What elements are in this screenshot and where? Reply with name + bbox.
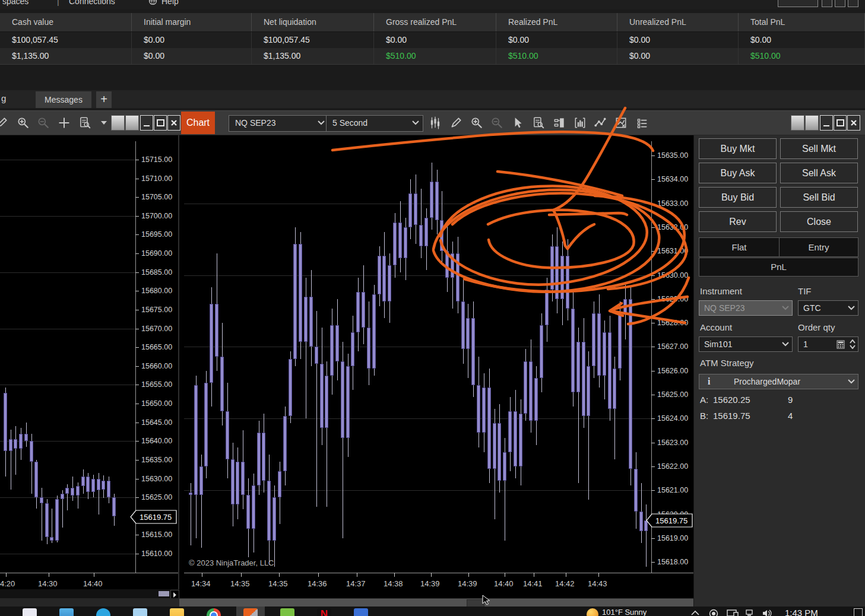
draw-icon[interactable]: [0, 116, 8, 129]
instrument-combo[interactable]: NQ SEP23: [699, 300, 793, 316]
taskbar-mail-icon[interactable]: [59, 608, 74, 616]
time-axis-label: 14:40: [83, 579, 103, 588]
zigzag-icon[interactable]: [594, 116, 607, 129]
table-row[interactable]: $100,057.45$0.00$100,057.45$0.00$0.00$0.…: [0, 32, 865, 48]
show-desktop-button[interactable]: [854, 608, 863, 616]
column-header[interactable]: Initial margin: [132, 13, 252, 31]
taskbar-store-icon[interactable]: [23, 608, 37, 616]
close-icon[interactable]: [847, 115, 860, 131]
titlebar-minimize-icon[interactable]: [822, 0, 832, 7]
pnl-display[interactable]: PnL: [699, 258, 858, 277]
entry-indicator[interactable]: Entry: [780, 238, 858, 256]
flat-indicator[interactable]: Flat: [699, 238, 779, 256]
rev-button[interactable]: Rev: [699, 211, 777, 232]
report-icon[interactable]: [532, 116, 545, 129]
taskbar-ninjatrader-icon[interactable]: [243, 608, 258, 616]
workspace-square-button[interactable]: [111, 115, 125, 131]
taskbar-red-n-app-icon[interactable]: N: [317, 608, 331, 616]
panel-icon[interactable]: [553, 116, 566, 129]
tray-chevron-up-icon[interactable]: [691, 610, 699, 616]
instrument-dropdown[interactable]: NQ SEP23: [229, 115, 329, 132]
tif-combo[interactable]: GTC: [798, 300, 858, 316]
column-header[interactable]: Unrealized PnL: [617, 13, 739, 31]
column-header[interactable]: Gross realized PnL: [374, 13, 496, 31]
menu-help[interactable]: Help: [161, 0, 179, 6]
mini-chart-panel[interactable]: 15715.0015710.0015705.0015700.0015695.00…: [0, 135, 179, 598]
menu-workspaces[interactable]: spaces: [2, 0, 28, 6]
maximize-icon[interactable]: [834, 115, 847, 131]
minimize-icon[interactable]: [140, 115, 153, 131]
candle: [456, 253, 460, 301]
buy-ask-button[interactable]: Buy Ask: [699, 163, 777, 183]
spinner-up-down-icon[interactable]: [850, 339, 856, 349]
price-axis-tick: [651, 155, 655, 156]
minimize-icon[interactable]: [820, 115, 833, 131]
menu-connections[interactable]: Connections: [69, 0, 115, 6]
workspace-square-button[interactable]: [791, 115, 804, 131]
tab-messages[interactable]: Messages: [36, 91, 91, 108]
add-icon[interactable]: [58, 116, 71, 129]
buy-mkt-button[interactable]: Buy Mkt: [699, 138, 777, 159]
table-row[interactable]: $1,135.00$0.00$1,135.00$510.00$510.00$0.…: [0, 48, 865, 65]
titlebar-close-icon[interactable]: [848, 0, 858, 7]
cursor-icon[interactable]: [511, 116, 524, 129]
tray-record-icon[interactable]: [709, 609, 718, 616]
atm-strategy-combo[interactable]: i ProchargedMopar: [699, 374, 858, 389]
gridline: [0, 554, 135, 554]
zoom-in-icon[interactable]: [470, 116, 483, 129]
calculator-icon[interactable]: [837, 340, 845, 349]
close-button[interactable]: Close: [780, 211, 858, 232]
quantity-stepper[interactable]: 1: [798, 336, 858, 352]
taskbar-telegram-icon[interactable]: [96, 608, 110, 616]
taskbar-blue-app-icon[interactable]: [354, 608, 368, 616]
titlebar-maximize-icon[interactable]: [835, 0, 845, 7]
interval-dropdown[interactable]: 5 Second: [326, 115, 423, 132]
close-icon[interactable]: [167, 115, 180, 131]
bars-icon[interactable]: [574, 116, 587, 129]
taskbar-trading-app-icon[interactable]: [280, 608, 294, 616]
sell-mkt-button[interactable]: Sell Mkt: [780, 138, 858, 159]
time-axis-tick: [431, 573, 432, 577]
draw-icon[interactable]: [449, 116, 462, 129]
maximize-icon[interactable]: [154, 115, 167, 131]
workspace-square-button[interactable]: [125, 115, 139, 131]
weather-text[interactable]: 101°F Sunny: [602, 608, 647, 616]
account-combo[interactable]: Sim101: [699, 336, 793, 352]
mini-chart-scrollbar[interactable]: [0, 589, 179, 598]
tray-volume-icon[interactable]: [762, 609, 773, 616]
taskbar-folder-icon[interactable]: [170, 608, 184, 616]
main-chart-scrollbar[interactable]: [179, 598, 693, 607]
workspace-square-button[interactable]: [805, 115, 819, 131]
info-icon[interactable]: i: [708, 374, 710, 389]
candle: [204, 383, 208, 466]
sell-bid-button[interactable]: Sell Bid: [780, 187, 858, 208]
list-icon[interactable]: [635, 116, 648, 129]
column-header[interactable]: Realized PnL: [496, 13, 617, 31]
main-chart-panel[interactable]: 15635.0015634.0015633.0015632.0015631.00…: [179, 135, 693, 598]
chart-settings-icon[interactable]: [614, 116, 628, 129]
taskbar-photos-icon[interactable]: [133, 608, 147, 616]
zoom-in-icon[interactable]: [17, 116, 30, 129]
candles-icon[interactable]: [429, 116, 442, 129]
sell-ask-button[interactable]: Sell Ask: [780, 163, 858, 183]
weather-sun-icon[interactable]: [587, 608, 598, 616]
add-tab-button[interactable]: +: [96, 91, 112, 108]
chart-window-tab[interactable]: Chart: [181, 112, 215, 134]
scroll-right-arrow-icon[interactable]: [170, 590, 179, 599]
tray-display-icon[interactable]: [727, 609, 739, 616]
time-axis-tick: [394, 573, 395, 577]
zoom-out-icon[interactable]: [37, 116, 50, 129]
column-header[interactable]: Total PnL: [739, 13, 865, 31]
column-header[interactable]: Net liquidation: [252, 13, 374, 31]
clock[interactable]: 1:43 PM: [785, 608, 818, 616]
titlebar-button[interactable]: [778, 0, 818, 7]
tray-network-icon[interactable]: [746, 609, 756, 616]
buy-bid-button[interactable]: Buy Bid: [699, 187, 777, 208]
report-icon[interactable]: [78, 116, 91, 129]
scrollbar-handle[interactable]: [159, 591, 169, 596]
column-header[interactable]: Cash value: [0, 13, 132, 31]
taskbar-chrome-icon[interactable]: [207, 608, 221, 616]
tab-partial[interactable]: g: [1, 93, 6, 103]
zoom-out-icon[interactable]: [490, 116, 503, 129]
price-axis-tick: [135, 385, 139, 385]
